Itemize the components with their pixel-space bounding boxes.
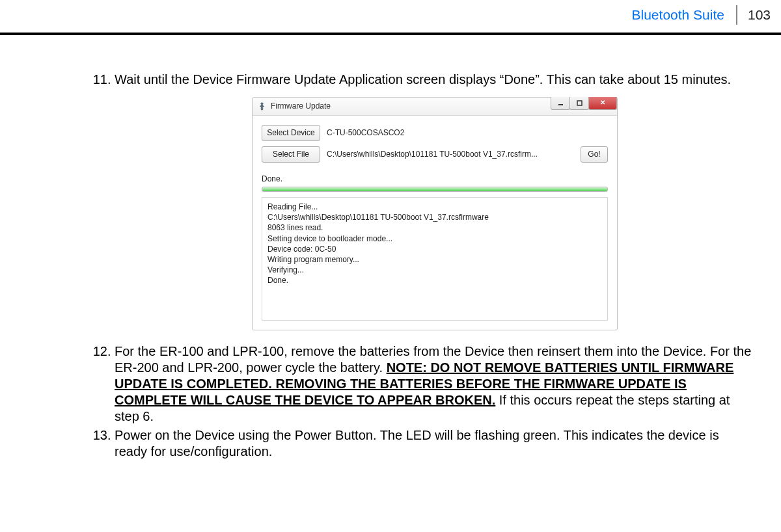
svg-rect-0 — [558, 104, 563, 105]
window-controls: ✕ — [551, 97, 617, 110]
go-button[interactable]: Go! — [581, 146, 608, 163]
status-text: Done. — [262, 174, 608, 184]
page-number: 103 — [737, 7, 781, 23]
log-line: Done. — [267, 275, 602, 286]
log-line: Writing program memory... — [267, 254, 602, 265]
log-line: Setting device to bootloader mode... — [267, 233, 602, 244]
select-device-row: Select Device C-TU-500COSASCO2 — [262, 125, 608, 141]
log-output: Reading File... C:\Users\whills\Desktop\… — [262, 197, 608, 321]
progress-bar — [262, 187, 608, 192]
minimize-icon — [558, 100, 564, 106]
log-line: 8063 lines read. — [267, 222, 602, 233]
maximize-icon — [577, 100, 582, 106]
log-line: Verifying... — [267, 265, 602, 275]
step-11-text: Wait until the Device Firmware Update Ap… — [115, 72, 731, 86]
page-header: Bluetooth Suite 103 — [0, 0, 781, 35]
log-line: Reading File... — [267, 202, 602, 212]
close-icon: ✕ — [600, 99, 605, 107]
step-13-text: Power on the Device using the Power Butt… — [115, 428, 719, 459]
maximize-button[interactable] — [569, 97, 589, 110]
step-11: Wait until the Device Firmware Update Ap… — [115, 72, 755, 330]
minimize-button[interactable] — [551, 97, 570, 110]
device-value: C-TU-500COSASCO2 — [327, 128, 608, 138]
window-title: Firmware Update — [271, 101, 331, 111]
instruction-list: Wait until the Device Firmware Update Ap… — [62, 72, 755, 460]
select-file-row: Select File C:\Users\whills\Desktop\1011… — [262, 146, 608, 163]
header-section-title: Bluetooth Suite — [632, 7, 736, 23]
page-content: Wait until the Device Firmware Update Ap… — [0, 35, 781, 460]
svg-rect-1 — [577, 101, 582, 105]
select-device-button[interactable]: Select Device — [262, 125, 320, 141]
log-line: C:\Users\whills\Desktop\101181 TU-500boo… — [267, 212, 602, 222]
firmware-update-window: Firmware Update ✕ — [252, 97, 618, 330]
select-file-button[interactable]: Select File — [262, 146, 320, 163]
step-13: Power on the Device using the Power Butt… — [115, 427, 755, 460]
header-right-group: Bluetooth Suite 103 — [632, 5, 781, 25]
file-value: C:\Users\whills\Desktop\101181 TU-500boo… — [327, 150, 574, 159]
window-body: Select Device C-TU-500COSASCO2 Select Fi… — [253, 116, 617, 330]
log-line: Device code: 0C-50 — [267, 244, 602, 254]
close-button[interactable]: ✕ — [588, 97, 617, 110]
step-12: For the ER-100 and LPR-100, remove the b… — [115, 343, 755, 425]
window-titlebar: Firmware Update ✕ — [253, 98, 617, 116]
app-icon — [258, 102, 267, 111]
